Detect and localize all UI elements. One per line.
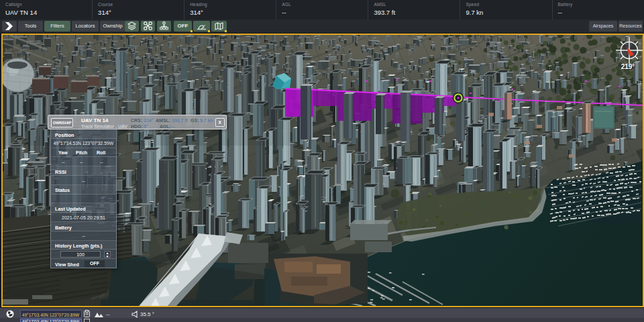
svg-text:219°: 219° [621, 63, 635, 70]
svg-text:1: 1 [203, 24, 205, 28]
